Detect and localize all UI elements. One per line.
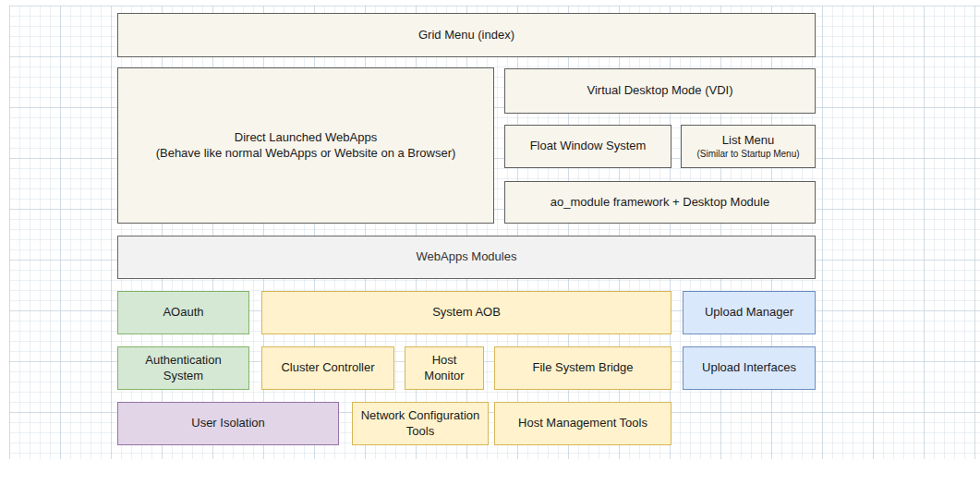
node-float-window-system[interactable]: Float Window System — [504, 125, 671, 168]
node-virtual-desktop-mode-label: Virtual Desktop Mode (VDI) — [587, 83, 733, 98]
node-network-configuration-tools[interactable]: Network Configuration Tools — [352, 402, 489, 445]
node-ao-module-framework[interactable]: ao_module framework + Desktop Module — [504, 181, 816, 224]
node-list-menu-subtitle: (Similar to Startup Menu) — [696, 149, 799, 160]
node-ao-module-framework-label: ao_module framework + Desktop Module — [550, 195, 769, 210]
node-direct-launched-webapps[interactable]: Direct Launched WebApps (Behave like nor… — [117, 67, 494, 224]
node-file-system-bridge-label: File System Bridge — [532, 360, 633, 375]
node-network-configuration-tools-label: Network Configuration Tools — [358, 408, 482, 439]
node-list-menu[interactable]: List Menu (Similar to Startup Menu) — [681, 125, 816, 168]
node-upload-manager[interactable]: Upload Manager — [683, 291, 816, 334]
node-authentication-system-label: Authentication System — [124, 353, 243, 383]
node-webapps-modules[interactable]: WebApps Modules — [117, 236, 816, 279]
node-system-aob-label: System AOB — [432, 305, 501, 320]
node-upload-interfaces-label: Upload Interfaces — [702, 360, 796, 375]
node-upload-interfaces[interactable]: Upload Interfaces — [683, 346, 816, 390]
node-user-isolation[interactable]: User Isolation — [117, 402, 339, 445]
node-direct-launched-webapps-label: Direct Launched WebApps (Behave like nor… — [156, 130, 456, 161]
node-webapps-modules-label: WebApps Modules — [417, 249, 517, 264]
node-host-management-tools-label: Host Management Tools — [518, 416, 647, 430]
node-file-system-bridge[interactable]: File System Bridge — [494, 346, 671, 390]
node-host-monitor-label: Host Monitor — [411, 353, 478, 383]
node-list-menu-title: List Menu — [722, 133, 774, 148]
node-grid-menu[interactable]: Grid Menu (index) — [117, 13, 816, 57]
node-grid-menu-label: Grid Menu (index) — [418, 28, 514, 42]
node-upload-manager-label: Upload Manager — [705, 305, 793, 320]
node-system-aob[interactable]: System AOB — [261, 291, 671, 334]
node-float-window-system-label: Float Window System — [530, 139, 647, 153]
node-host-monitor[interactable]: Host Monitor — [405, 346, 484, 390]
node-authentication-system[interactable]: Authentication System — [117, 346, 249, 390]
node-host-management-tools[interactable]: Host Management Tools — [494, 402, 671, 445]
node-aoauth-label: AOauth — [163, 305, 203, 320]
node-virtual-desktop-mode[interactable]: Virtual Desktop Mode (VDI) — [504, 68, 816, 114]
node-cluster-controller[interactable]: Cluster Controller — [261, 346, 394, 390]
node-cluster-controller-label: Cluster Controller — [281, 360, 374, 375]
diagram-canvas: Grid Menu (index) Direct Launched WebApp… — [0, 0, 980, 485]
node-aoauth[interactable]: AOauth — [117, 291, 249, 334]
node-user-isolation-label: User Isolation — [191, 416, 264, 430]
